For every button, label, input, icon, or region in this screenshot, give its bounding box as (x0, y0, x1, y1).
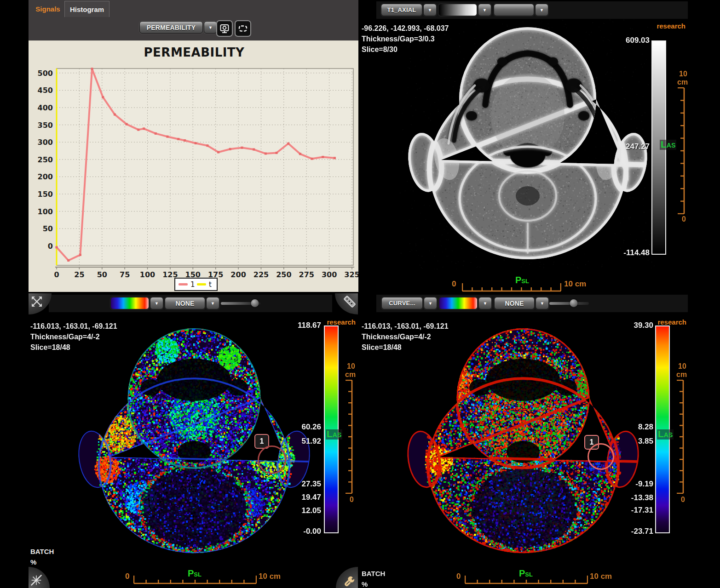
mri-viewport-panel: T1_AXIAL -96.226, -142.993, -68.037Thick… (360, 0, 720, 292)
colormap-swatch[interactable] (439, 297, 478, 309)
wrench-icon (344, 574, 357, 587)
colorbar-values: 609.03247.27-114.48 (608, 0, 650, 292)
hscale-zero-label: 0 (125, 572, 129, 581)
colormap-select[interactable] (438, 4, 491, 16)
overlay-select-value[interactable]: NONE (494, 297, 535, 309)
dropdown-arrow-icon[interactable] (206, 297, 219, 309)
image-overlay-info: -116.013, -163.01, -69.121Thickness/Gap=… (362, 321, 449, 353)
dropdown-arrow-icon[interactable] (478, 297, 492, 309)
svg-text:500: 500 (38, 69, 53, 78)
signals-tabbar: Signals Histogram PERMEABILITY (29, 0, 358, 40)
settings-tool-button[interactable] (336, 567, 358, 588)
image-overlay-info: -96.226, -142.993, -68.037Thickness/Gap=… (362, 23, 449, 55)
dropdown-arrow-icon[interactable] (536, 297, 549, 309)
hscale-end-label: 10 cm (259, 572, 281, 581)
dropdown-arrow-icon[interactable] (535, 4, 548, 16)
vscale-zero-label: 0 (681, 496, 685, 503)
svg-text:1: 1 (190, 280, 195, 289)
display-capture-icon (219, 23, 230, 34)
overlay-select-value[interactable]: NONE (165, 297, 205, 309)
svg-text:300: 300 (322, 270, 337, 279)
research-label: research (657, 22, 685, 30)
orientation-main: L (661, 139, 667, 149)
svg-text:0: 0 (54, 270, 59, 279)
overlay-select[interactable]: NONE (165, 297, 219, 309)
app-window: Signals Histogram PERMEABILITY (0, 0, 720, 588)
vscale-zero-label: 0 (350, 496, 354, 503)
colormap-swatch[interactable] (438, 4, 477, 16)
batch-line2: % (362, 579, 385, 588)
pan-tool-button[interactable] (29, 293, 52, 314)
dropdown-arrow-icon[interactable] (423, 4, 437, 16)
crop-frame-icon (237, 23, 248, 34)
vscale-top-label: 10 (679, 70, 687, 78)
vscale-top-label: 10 (347, 362, 355, 370)
orientation-sub: AS (664, 431, 673, 439)
svg-text:75: 75 (120, 270, 130, 279)
svg-text:25: 25 (74, 270, 84, 279)
roi-circle-1[interactable] (588, 443, 614, 470)
permeability-chart[interactable]: 0255075100125150175200225250275300325050… (29, 41, 358, 292)
dropdown-arrow-icon[interactable] (478, 4, 491, 16)
hscale-end-label: 10 cm (590, 572, 612, 581)
measure-tool-button[interactable] (335, 293, 358, 314)
parameter-select[interactable]: CURVE... (381, 297, 437, 309)
slider-track[interactable] (549, 302, 589, 305)
overlay-select-value[interactable] (494, 4, 534, 16)
orientation-main: L (658, 428, 664, 439)
batch-line1: BATCH (30, 546, 54, 557)
horizontal-scale-ruler (133, 575, 257, 584)
angle-ruler-icon (342, 294, 357, 309)
tab-signals[interactable]: Signals (32, 1, 63, 17)
svg-text:275: 275 (299, 270, 314, 279)
vscale-unit-label: cm (677, 78, 688, 86)
orientation-sub: AS (333, 431, 341, 439)
hscale-zero-label: 0 (452, 280, 456, 289)
parameter-select-value[interactable]: CURVE... (381, 297, 423, 309)
dropdown-arrow-icon[interactable] (424, 297, 437, 309)
pan-icon (29, 294, 44, 309)
crop-frame-button[interactable] (235, 20, 251, 37)
parameter-select-value[interactable]: PERMEABILITY (139, 21, 203, 34)
peak-map-image[interactable] (75, 319, 314, 567)
series-select-value[interactable]: T1_AXIAL (381, 4, 422, 16)
colormap-select[interactable] (439, 297, 492, 309)
colormap-swatch[interactable] (110, 297, 149, 309)
overlay-select[interactable] (494, 4, 548, 16)
horizontal-scale-ruler (462, 282, 561, 292)
svg-text:PERMEABILITY: PERMEABILITY (144, 46, 245, 59)
svg-text:350: 350 (38, 121, 53, 130)
star-icon (29, 573, 43, 587)
svg-text:50: 50 (43, 224, 53, 233)
overlay-select[interactable]: NONE (494, 297, 549, 309)
orientation-label: LAS (660, 140, 676, 150)
peak-map-panel: PEAK_E... NONE -116.013, -163.01, -69.12… (29, 293, 358, 588)
dropdown-arrow-icon[interactable] (150, 297, 163, 309)
slider-knob[interactable] (570, 299, 578, 307)
orientation-label: LAS (326, 429, 342, 440)
slider-knob[interactable] (251, 299, 259, 307)
orientation-label: LAS (657, 429, 674, 440)
signals-chart-area[interactable]: 0255075100125150175200225250275300325050… (29, 40, 358, 292)
svg-text:250: 250 (276, 270, 291, 279)
tab-histogram[interactable]: Histogram (64, 1, 109, 17)
annotation-tool-button[interactable] (29, 567, 50, 588)
curve-map-image[interactable] (403, 319, 643, 567)
curve-map-panel: CURVE... NONE -116.013, -163.01, -69.121… (360, 293, 720, 588)
series-select[interactable]: T1_AXIAL (381, 4, 437, 16)
batch-label: BATCH % (30, 546, 54, 567)
opacity-slider[interactable] (549, 297, 589, 309)
svg-text:225: 225 (253, 270, 269, 279)
parameter-select[interactable]: PERMEABILITY (139, 21, 217, 34)
colormap-select[interactable] (110, 297, 163, 309)
signals-panel: Signals Histogram PERMEABILITY (29, 0, 358, 292)
svg-text:100: 100 (140, 270, 155, 279)
opacity-slider[interactable] (221, 297, 260, 309)
vertical-scale-ruler (675, 380, 685, 494)
svg-text:100: 100 (38, 207, 53, 216)
display-capture-button[interactable] (216, 20, 233, 37)
svg-text:400: 400 (38, 103, 53, 112)
colorbar-values: 118.6760.2651.9227.3519.4712.05-0.00 (280, 293, 321, 588)
dropdown-arrow-icon[interactable] (204, 21, 217, 34)
roi-circle-1[interactable] (258, 445, 286, 474)
